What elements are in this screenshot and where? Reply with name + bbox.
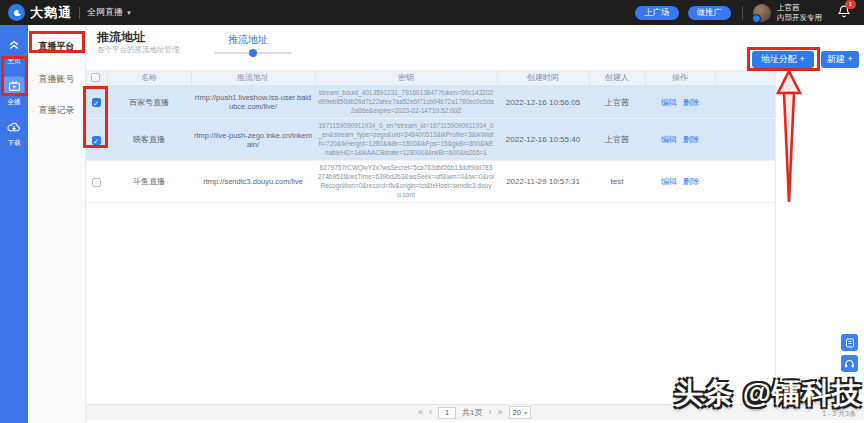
- row-name: 百家号直播: [107, 86, 191, 119]
- row-checkbox[interactable]: [92, 178, 101, 187]
- row-stream-key: stream_bduid_4013591231_7916013847?token…: [315, 86, 497, 119]
- row-created-time: 2022-12-16 10:55:40: [497, 119, 589, 161]
- sidebar-item-download[interactable]: 下载: [0, 116, 28, 148]
- row-checkbox[interactable]: ✓: [92, 136, 101, 145]
- row-filler-cell: [715, 119, 775, 161]
- user-avatar[interactable]: [753, 4, 771, 22]
- row-actions-cell: 编辑删除: [645, 119, 715, 161]
- edit-link[interactable]: 编辑: [661, 177, 677, 186]
- secondary-sidebar: 直播平台 · 直播账号 · 直播记录: [28, 25, 86, 423]
- annotation-arrow: [773, 70, 805, 206]
- row-name: 斗鱼直播: [107, 161, 191, 203]
- feedback-form-button[interactable]: [841, 334, 858, 351]
- submenu-item-live-account[interactable]: · 直播账号: [28, 68, 85, 91]
- row-checkbox[interactable]: ✓: [92, 98, 101, 107]
- user-info[interactable]: 上官茜 内部开发专用: [777, 3, 822, 22]
- table-panel-border: [775, 70, 776, 404]
- column-header-actions: 操作: [645, 70, 715, 86]
- next-page-button[interactable]: ›: [489, 408, 492, 417]
- address-assign-button[interactable]: 地址分配 +: [752, 51, 814, 68]
- delete-link[interactable]: 删除: [683, 177, 699, 186]
- column-header-created-time: 创建时间: [497, 70, 589, 86]
- customer-service-button[interactable]: [841, 355, 858, 372]
- last-page-button[interactable]: »: [498, 408, 503, 417]
- total-pages-label: 共1页: [462, 407, 482, 418]
- row-filler-cell: [715, 161, 775, 203]
- column-header-empty: [715, 70, 775, 86]
- submenu-item-live-record[interactable]: · 直播记录: [28, 99, 85, 122]
- product-switcher[interactable]: 全网直播 ▼: [87, 6, 132, 19]
- top-header-bar: 大鹅通 全网直播 ▼ 上广场 做推广 上官茜 内部开发专用 1: [0, 0, 864, 25]
- row-created-time: 2022-11-29 10:57:31: [497, 161, 589, 203]
- tab-indicator: [214, 52, 292, 54]
- sidebar-item-home[interactable]: 主页: [0, 34, 28, 66]
- row-checkbox-cell: ✓: [85, 119, 107, 161]
- page-subtitle: 各个平台的推流地址管理: [97, 45, 180, 55]
- submenu-item-live-platform[interactable]: 直播平台: [28, 33, 85, 60]
- bullet-icon: ·: [32, 75, 35, 84]
- row-creator: 上官茜: [589, 86, 645, 119]
- row-stream-key: 6279757rCWQivY2x?wsSecret=5ca763dbf26b13…: [315, 161, 497, 203]
- avatar-status-dot: [752, 14, 761, 23]
- row-push-url: rtmp://push1.liveshow.lss-user.baidubce.…: [191, 86, 315, 119]
- bullet-icon: ·: [32, 106, 35, 115]
- plaza-button[interactable]: 上广场: [635, 6, 679, 20]
- notification-bell[interactable]: 1: [838, 4, 850, 22]
- edit-link[interactable]: 编辑: [661, 98, 677, 107]
- goose-logo-icon: [8, 4, 25, 21]
- table-body: ✓百家号直播rtmp://push1.liveshow.lss-user.bai…: [85, 86, 775, 203]
- column-header-push-url: 推流地址: [191, 70, 315, 86]
- live-icon: [4, 77, 25, 96]
- product-switcher-label: 全网直播: [87, 6, 123, 19]
- notification-badge: 1: [845, 0, 856, 9]
- prev-page-button[interactable]: ‹: [429, 408, 432, 417]
- page-number-input[interactable]: 1: [438, 407, 456, 419]
- home-icon: [4, 36, 25, 55]
- row-filler-cell: [715, 86, 775, 119]
- column-header-name: 名称: [107, 70, 191, 86]
- row-checkbox-cell: ✓: [85, 86, 107, 119]
- first-page-button[interactable]: «: [418, 408, 423, 417]
- table-header-row: 名称 推流地址 密钥 创建时间 创建人 操作: [85, 70, 775, 86]
- form-icon: [845, 338, 855, 348]
- promote-button[interactable]: 做推广: [688, 6, 732, 20]
- page-title: 推流地址: [97, 29, 145, 46]
- page-size-select[interactable]: 20 ▾: [509, 406, 531, 419]
- row-push-url: rtmp://live-push-zego.inke.cn/inkemain/: [191, 119, 315, 161]
- row-created-time: 2022-12-16 10:56:05: [497, 86, 589, 119]
- select-all-checkbox[interactable]: [91, 73, 100, 82]
- sidebar-item-label: 全播: [7, 97, 20, 107]
- submenu-item-label: 直播平台: [39, 41, 75, 51]
- header-divider-2: [742, 6, 743, 20]
- row-stream-key: 1671159090911934_0_en?stream_id=16711590…: [315, 119, 497, 161]
- push-url-table: 名称 推流地址 密钥 创建时间 创建人 操作 ✓百家号直播rtmp://push…: [85, 70, 775, 203]
- submenu-item-label: 直播账号: [39, 74, 75, 84]
- sidebar-item-label: 下载: [7, 138, 20, 148]
- app-title: 大鹅通: [30, 4, 72, 22]
- column-header-creator: 创建人: [589, 70, 645, 86]
- tab-indicator-dot[interactable]: [249, 49, 257, 57]
- sidebar-item-label: 主页: [7, 56, 20, 66]
- row-checkbox-cell: [85, 161, 107, 203]
- submenu-item-label: 直播记录: [39, 105, 75, 115]
- table-row: 斗鱼直播rtmp://sendtc3.douyu.com/live6279757…: [85, 161, 775, 203]
- primary-sidebar: 主页 全播 下载: [0, 25, 28, 423]
- sidebar-item-live[interactable]: 全播: [0, 75, 28, 107]
- row-push-url: rtmp://sendtc3.douyu.com/live: [191, 161, 315, 203]
- row-creator: test: [589, 161, 645, 203]
- delete-link[interactable]: 删除: [683, 98, 699, 107]
- create-new-button[interactable]: 新建 +: [821, 51, 859, 68]
- chevron-down-icon: ▼: [126, 10, 132, 16]
- record-range-label: 1 - 3 共3条: [822, 409, 856, 419]
- row-creator: 上官茜: [589, 119, 645, 161]
- pagination-bar: « ‹ 1 共1页 › » 20 ▾ 1 - 3 共3条: [85, 404, 864, 420]
- row-name: 映客直播: [107, 119, 191, 161]
- chevron-down-icon: ▾: [524, 409, 527, 416]
- table-row: ✓映客直播rtmp://live-push-zego.inke.cn/inkem…: [85, 119, 775, 161]
- row-actions-cell: 编辑删除: [645, 161, 715, 203]
- table-row: ✓百家号直播rtmp://push1.liveshow.lss-user.bai…: [85, 86, 775, 119]
- edit-link[interactable]: 编辑: [661, 135, 677, 144]
- column-header-key: 密钥: [315, 70, 497, 86]
- delete-link[interactable]: 删除: [683, 135, 699, 144]
- tab-push-url[interactable]: 推流地址: [228, 33, 268, 47]
